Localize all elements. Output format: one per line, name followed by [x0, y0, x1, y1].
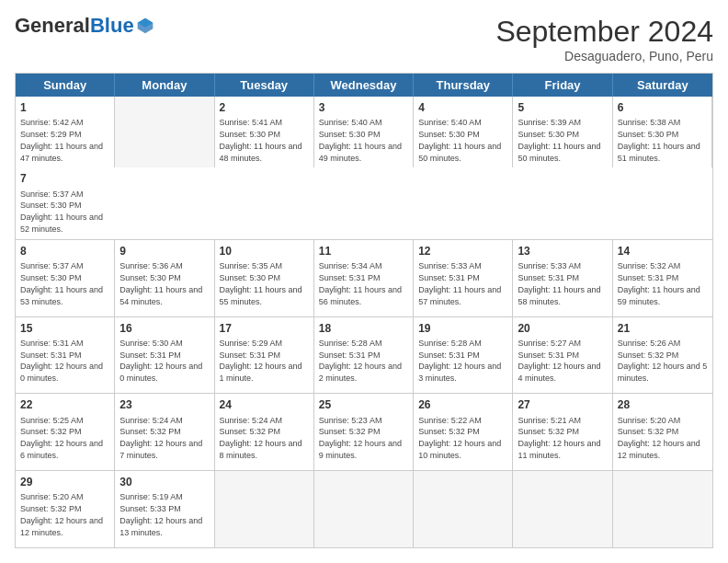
- calendar-cell-1: 1Sunrise: 5:42 AMSunset: 5:29 PMDaylight…: [16, 97, 115, 167]
- calendar-row-1: 8Sunrise: 5:37 AMSunset: 5:30 PMDaylight…: [16, 240, 712, 317]
- cell-info: Sunrise: 5:35 AMSunset: 5:30 PMDaylight:…: [220, 261, 302, 305]
- calendar-header: SundayMondayTuesdayWednesdayThursdayFrid…: [16, 74, 712, 97]
- calendar-cell-2: 2Sunrise: 5:41 AMSunset: 5:30 PMDaylight…: [215, 97, 314, 167]
- day-number: 27: [518, 397, 607, 412]
- calendar-cell-29: 29Sunrise: 5:20 AMSunset: 5:32 PMDayligh…: [16, 471, 115, 547]
- cell-info: Sunrise: 5:36 AMSunset: 5:30 PMDaylight:…: [119, 261, 202, 305]
- calendar-cell-5: 5Sunrise: 5:39 AMSunset: 5:30 PMDaylight…: [513, 97, 612, 167]
- cell-info: Sunrise: 5:21 AMSunset: 5:32 PMDaylight:…: [518, 416, 600, 460]
- calendar-cell-9: 9Sunrise: 5:36 AMSunset: 5:30 PMDaylight…: [115, 240, 214, 316]
- day-number: 20: [518, 321, 607, 336]
- day-number: 26: [418, 397, 507, 412]
- calendar-cell-22: 22Sunrise: 5:25 AMSunset: 5:32 PMDayligh…: [16, 394, 115, 470]
- day-number: 29: [20, 475, 109, 489]
- calendar-cell-25: 25Sunrise: 5:23 AMSunset: 5:32 PMDayligh…: [314, 394, 414, 470]
- cell-info: Sunrise: 5:24 AMSunset: 5:32 PMDaylight:…: [220, 416, 302, 460]
- calendar-cell-14: 14Sunrise: 5:32 AMSunset: 5:31 PMDayligh…: [613, 240, 712, 316]
- day-number: 19: [418, 321, 507, 336]
- day-number: 11: [319, 244, 408, 259]
- day-number: 22: [20, 397, 109, 412]
- day-number: 5: [518, 100, 607, 115]
- cell-info: Sunrise: 5:22 AMSunset: 5:32 PMDaylight:…: [418, 416, 501, 460]
- day-number: 10: [220, 244, 309, 259]
- logo-icon: [136, 17, 154, 35]
- header-day-friday: Friday: [513, 74, 612, 97]
- cell-info: Sunrise: 5:25 AMSunset: 5:32 PMDaylight:…: [20, 416, 103, 460]
- day-number: 24: [220, 397, 309, 412]
- cell-info: Sunrise: 5:31 AMSunset: 5:31 PMDaylight:…: [20, 339, 103, 383]
- day-number: 21: [618, 321, 708, 336]
- cell-info: Sunrise: 5:24 AMSunset: 5:32 PMDaylight:…: [119, 416, 202, 460]
- day-number: 1: [20, 100, 109, 115]
- calendar-cell-empty-4-5: [513, 471, 612, 547]
- calendar-cell-16: 16Sunrise: 5:30 AMSunset: 5:31 PMDayligh…: [115, 317, 214, 394]
- day-number: 6: [618, 100, 707, 115]
- calendar-cell-13: 13Sunrise: 5:33 AMSunset: 5:31 PMDayligh…: [513, 240, 612, 316]
- cell-info: Sunrise: 5:39 AMSunset: 5:30 PMDaylight:…: [518, 118, 600, 162]
- calendar-row-4: 29Sunrise: 5:20 AMSunset: 5:32 PMDayligh…: [16, 471, 712, 547]
- cell-info: Sunrise: 5:40 AMSunset: 5:30 PMDaylight:…: [418, 118, 501, 162]
- calendar-row-2: 15Sunrise: 5:31 AMSunset: 5:31 PMDayligh…: [16, 317, 712, 395]
- day-number: 15: [20, 321, 109, 336]
- calendar-cell-18: 18Sunrise: 5:28 AMSunset: 5:31 PMDayligh…: [314, 317, 414, 394]
- cell-info: Sunrise: 5:38 AMSunset: 5:30 PMDaylight:…: [618, 118, 700, 162]
- calendar-cell-6: 6Sunrise: 5:38 AMSunset: 5:30 PMDaylight…: [613, 97, 712, 167]
- calendar-cell-empty-0: [115, 97, 214, 167]
- header-day-sunday: Sunday: [16, 74, 115, 97]
- calendar-cell-19: 19Sunrise: 5:28 AMSunset: 5:31 PMDayligh…: [414, 317, 513, 394]
- calendar-cell-11: 11Sunrise: 5:34 AMSunset: 5:31 PMDayligh…: [314, 240, 414, 316]
- calendar: SundayMondayTuesdayWednesdayThursdayFrid…: [15, 73, 713, 548]
- header-day-saturday: Saturday: [613, 74, 712, 97]
- header-day-monday: Monday: [115, 74, 214, 97]
- day-number: 18: [319, 321, 408, 336]
- calendar-cell-20: 20Sunrise: 5:27 AMSunset: 5:31 PMDayligh…: [513, 317, 612, 394]
- cell-info: Sunrise: 5:42 AMSunset: 5:29 PMDaylight:…: [20, 118, 103, 162]
- cell-info: Sunrise: 5:28 AMSunset: 5:31 PMDaylight:…: [319, 339, 402, 383]
- calendar-cell-28: 28Sunrise: 5:20 AMSunset: 5:32 PMDayligh…: [613, 394, 712, 470]
- cell-info: Sunrise: 5:37 AMSunset: 5:30 PMDaylight:…: [20, 261, 103, 305]
- day-number: 9: [119, 244, 209, 259]
- day-number: 13: [518, 244, 607, 259]
- day-number: 7: [20, 171, 110, 186]
- cell-info: Sunrise: 5:19 AMSunset: 5:33 PMDaylight:…: [119, 492, 202, 536]
- header-day-thursday: Thursday: [414, 74, 513, 97]
- day-number: 25: [319, 397, 408, 412]
- day-number: 30: [119, 475, 209, 489]
- day-number: 4: [418, 100, 507, 115]
- calendar-cell-empty-4-6: [613, 471, 712, 547]
- cell-info: Sunrise: 5:33 AMSunset: 5:31 PMDaylight:…: [418, 261, 501, 305]
- cell-info: Sunrise: 5:37 AMSunset: 5:30 PMDaylight:…: [20, 190, 103, 234]
- day-number: 12: [418, 244, 507, 259]
- calendar-cell-23: 23Sunrise: 5:24 AMSunset: 5:32 PMDayligh…: [115, 394, 214, 470]
- header-day-wednesday: Wednesday: [314, 74, 414, 97]
- calendar-cell-26: 26Sunrise: 5:22 AMSunset: 5:32 PMDayligh…: [414, 394, 513, 470]
- cell-info: Sunrise: 5:20 AMSunset: 5:32 PMDaylight:…: [20, 492, 103, 536]
- calendar-cell-empty-4-4: [414, 471, 513, 547]
- calendar-cell-4: 4Sunrise: 5:40 AMSunset: 5:30 PMDaylight…: [414, 97, 513, 167]
- calendar-cell-empty-4-2: [215, 471, 314, 547]
- cell-info: Sunrise: 5:30 AMSunset: 5:31 PMDaylight:…: [119, 339, 202, 383]
- cell-info: Sunrise: 5:33 AMSunset: 5:31 PMDaylight:…: [518, 261, 600, 305]
- header-day-tuesday: Tuesday: [215, 74, 314, 97]
- month-title: September 2024: [495, 15, 713, 49]
- cell-info: Sunrise: 5:41 AMSunset: 5:30 PMDaylight:…: [220, 118, 302, 162]
- cell-info: Sunrise: 5:23 AMSunset: 5:32 PMDaylight:…: [319, 416, 402, 460]
- cell-info: Sunrise: 5:32 AMSunset: 5:31 PMDaylight:…: [618, 261, 700, 305]
- day-number: 2: [220, 100, 309, 115]
- cell-info: Sunrise: 5:20 AMSunset: 5:32 PMDaylight:…: [618, 416, 700, 460]
- calendar-cell-15: 15Sunrise: 5:31 AMSunset: 5:31 PMDayligh…: [16, 317, 115, 394]
- day-number: 14: [618, 244, 708, 259]
- cell-info: Sunrise: 5:40 AMSunset: 5:30 PMDaylight:…: [319, 118, 402, 162]
- calendar-cell-7: 7Sunrise: 5:37 AMSunset: 5:30 PMDaylight…: [16, 167, 115, 238]
- calendar-cell-24: 24Sunrise: 5:24 AMSunset: 5:32 PMDayligh…: [215, 394, 314, 470]
- calendar-cell-30: 30Sunrise: 5:19 AMSunset: 5:33 PMDayligh…: [115, 471, 214, 547]
- title-area: September 2024 Desaguadero, Puno, Peru: [495, 15, 713, 63]
- cell-info: Sunrise: 5:34 AMSunset: 5:31 PMDaylight:…: [319, 261, 402, 305]
- day-number: 3: [319, 100, 408, 115]
- calendar-cell-12: 12Sunrise: 5:33 AMSunset: 5:31 PMDayligh…: [414, 240, 513, 316]
- calendar-cell-3: 3Sunrise: 5:40 AMSunset: 5:30 PMDaylight…: [314, 97, 414, 167]
- calendar-cell-empty-4-3: [314, 471, 414, 547]
- cell-info: Sunrise: 5:29 AMSunset: 5:31 PMDaylight:…: [220, 339, 302, 383]
- calendar-cell-17: 17Sunrise: 5:29 AMSunset: 5:31 PMDayligh…: [215, 317, 314, 394]
- page: GeneralBlue September 2024 Desaguadero, …: [0, 0, 728, 563]
